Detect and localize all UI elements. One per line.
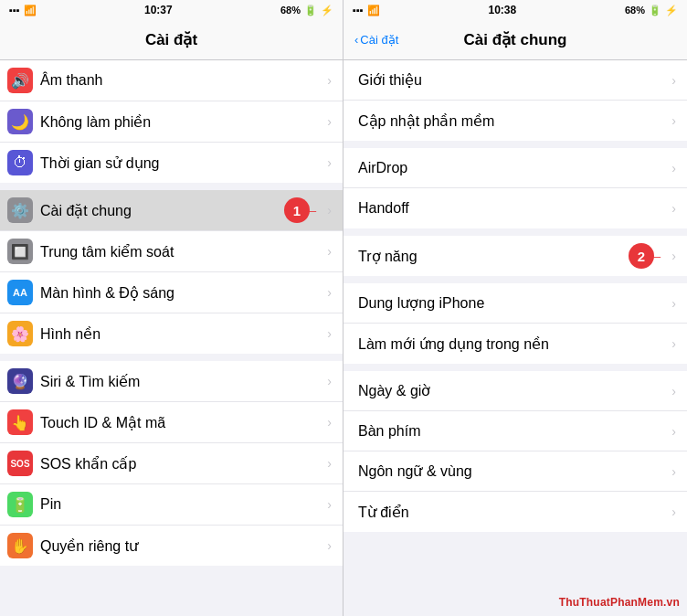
tgsd-icon-container: ⏱ [0, 143, 40, 183]
ngay-gio-label: Ngày & giờ [344, 375, 668, 407]
back-label: Cài đặt [360, 33, 398, 47]
sidebar-item-man-hinh-do-sang[interactable]: AA Màn hình & Độ sáng › [0, 272, 343, 313]
handoff-label: Handoff [344, 193, 668, 224]
right-battery-icon: 🔋 [649, 5, 661, 16]
gioi-thieu-label: Giới thiệu [344, 64, 668, 96]
klp-chevron: › [327, 114, 332, 129]
right-row-gioi-thieu[interactable]: Giới thiệu › [344, 60, 687, 101]
tro-nang-label: Trợ năng [344, 240, 646, 272]
sidebar-item-touch-id[interactable]: 👆 Touch ID & Mật mã › [0, 402, 343, 443]
back-button[interactable]: ‹ Cài đặt [353, 33, 398, 47]
right-nav-title: Cài đặt chung [464, 30, 567, 49]
klp-icon-container: 🌙 [0, 101, 40, 142]
left-status-right-icons: 68% 🔋 ⚡ [280, 5, 333, 16]
hn-chevron: › [327, 326, 332, 341]
mhds-icon-container: AA [0, 272, 40, 313]
right-section-1: Giới thiệu › Cập nhật phần mềm › [344, 60, 687, 141]
cdchung-icon: ⚙️ [7, 197, 33, 223]
signal-icon: ▪▪▪ [9, 5, 20, 16]
touchid-icon-container: 👆 [0, 402, 40, 442]
touchid-chevron: › [327, 415, 332, 430]
right-panel: ▪▪▪ 📶 10:38 68% 🔋 ⚡ ‹ Cài đặt Cài đặt ch… [344, 0, 687, 616]
sos-icon: SOS [7, 451, 33, 476]
sidebar-item-thoi-gian-su-dung[interactable]: ⏱ Thời gian sử dụng › [0, 143, 343, 183]
siri-label: Siri & Tìm kiếm [40, 366, 323, 398]
right-row-lam-moi[interactable]: Làm mới ứng dụng trong nền › [344, 324, 687, 364]
klp-icon: 🌙 [7, 109, 33, 134]
siri-icon: 🔮 [7, 368, 33, 394]
cdchung-label: Cài đặt chung [40, 195, 301, 227]
siri-chevron: › [327, 374, 332, 388]
sidebar-item-pin[interactable]: 🔋 Pin › [0, 484, 343, 526]
step1-badge: 1 [284, 197, 310, 223]
right-battery-pct: 68% [625, 5, 645, 16]
ttkk-icon: 🔲 [7, 239, 33, 264]
siri-icon-container: 🔮 [0, 361, 40, 401]
right-row-airdrop[interactable]: AirDrop › [344, 148, 687, 188]
cdchung-icon-container: ⚙️ [0, 190, 40, 230]
sidebar-item-hinh-nen[interactable]: 🌸 Hình nền › [0, 313, 343, 354]
right-row-ngay-gio[interactable]: Ngày & giờ › [344, 371, 687, 411]
hn-label: Hình nền [40, 318, 323, 350]
sidebar-item-khong-lam-phien[interactable]: 🌙 Không làm phiền › [0, 101, 343, 143]
cap-nhat-chevron: › [671, 113, 676, 128]
left-section-1: 🔊 Âm thanh › 🌙 Không làm phiền › ⏱ [0, 60, 343, 183]
qrt-label: Quyền riêng tư [40, 530, 323, 562]
tgsd-label: Thời gian sử dụng [40, 147, 323, 179]
sos-label: SOS khẩn cấp [40, 448, 323, 480]
left-time: 10:37 [144, 4, 173, 16]
tgsd-chevron: › [327, 155, 332, 170]
tgsd-icon: ⏱ [7, 150, 33, 175]
qrt-icon-container: ✋ [0, 526, 40, 566]
sidebar-item-am-thanh[interactable]: 🔊 Âm thanh › [0, 60, 343, 101]
sidebar-item-siri[interactable]: 🔮 Siri & Tìm kiếm › [0, 361, 343, 402]
right-charge-icon: ⚡ [665, 5, 678, 16]
tro-nang-chevron: › [671, 249, 676, 263]
right-row-ngon-ngu[interactable]: Ngôn ngữ & vùng › [344, 451, 687, 492]
watermark: ThuThuatPhanMem.vn [559, 596, 680, 609]
right-row-tu-dien[interactable]: Từ điển › [344, 492, 687, 532]
airdrop-chevron: › [671, 161, 676, 175]
right-row-ban-phim[interactable]: Bàn phím › [344, 411, 687, 451]
left-status-left-icons: ▪▪▪ 📶 [9, 5, 37, 16]
am-thanh-icon: 🔊 [7, 68, 33, 93]
pin-icon-container: 🔋 [0, 484, 40, 525]
am-thanh-icon-container: 🔊 [0, 60, 40, 101]
right-row-handoff[interactable]: Handoff › [344, 188, 687, 228]
right-row-tro-nang[interactable]: Trợ năng ← 2 › [344, 236, 687, 276]
left-battery-pct: 68% [280, 5, 301, 16]
right-status-right-icons: 68% 🔋 ⚡ [625, 5, 678, 16]
hn-icon-container: 🌸 [0, 313, 40, 354]
tu-dien-chevron: › [671, 504, 676, 519]
right-section-5: Ngày & giờ › Bàn phím › Ngôn ngữ & vùng … [344, 371, 687, 532]
hn-icon: 🌸 [7, 321, 33, 346]
sidebar-item-sos[interactable]: SOS SOS khẩn cấp › [0, 443, 343, 484]
sidebar-item-quyen-rieng-tu[interactable]: ✋ Quyền riêng tư › [0, 526, 343, 566]
pin-label: Pin [40, 489, 323, 520]
right-settings-list: Giới thiệu › Cập nhật phần mềm › AirDrop… [344, 60, 687, 616]
sidebar-item-cai-dat-chung[interactable]: ⚙️ Cài đặt chung ← 1 › [0, 190, 343, 231]
right-section-4: Dung lượng iPhone › Làm mới ứng dụng tro… [344, 283, 687, 364]
qrt-chevron: › [327, 538, 332, 553]
ban-phim-chevron: › [671, 424, 676, 439]
airdrop-label: AirDrop [344, 153, 668, 184]
sidebar-item-trung-tam-kiem-soat[interactable]: 🔲 Trung tâm kiểm soát › [0, 231, 343, 272]
right-row-cap-nhat[interactable]: Cập nhật phần mềm › [344, 101, 687, 141]
right-status-left-icons: ▪▪▪ 📶 [353, 5, 380, 16]
ban-phim-label: Bàn phím [344, 416, 668, 447]
cap-nhat-label: Cập nhật phần mềm [344, 105, 668, 137]
right-row-dung-luong[interactable]: Dung lượng iPhone › [344, 283, 687, 324]
ngon-ngu-label: Ngôn ngữ & vùng [344, 455, 668, 487]
cdchung-chevron: › [327, 203, 332, 218]
right-status-bar: ▪▪▪ 📶 10:38 68% 🔋 ⚡ [344, 0, 687, 20]
left-status-bar: ▪▪▪ 📶 10:37 68% 🔋 ⚡ [0, 0, 343, 20]
handoff-chevron: › [671, 201, 676, 216]
touchid-icon: 👆 [7, 409, 33, 435]
ttkk-icon-container: 🔲 [0, 231, 40, 271]
gioi-thieu-chevron: › [671, 73, 676, 88]
right-section-2: AirDrop › Handoff › [344, 148, 687, 228]
am-thanh-chevron: › [327, 73, 332, 88]
lam-moi-label: Làm mới ứng dụng trong nền [344, 328, 668, 360]
left-section-3: 🔮 Siri & Tìm kiếm › 👆 Touch ID & Mật mã … [0, 361, 343, 566]
pin-chevron: › [327, 497, 332, 512]
